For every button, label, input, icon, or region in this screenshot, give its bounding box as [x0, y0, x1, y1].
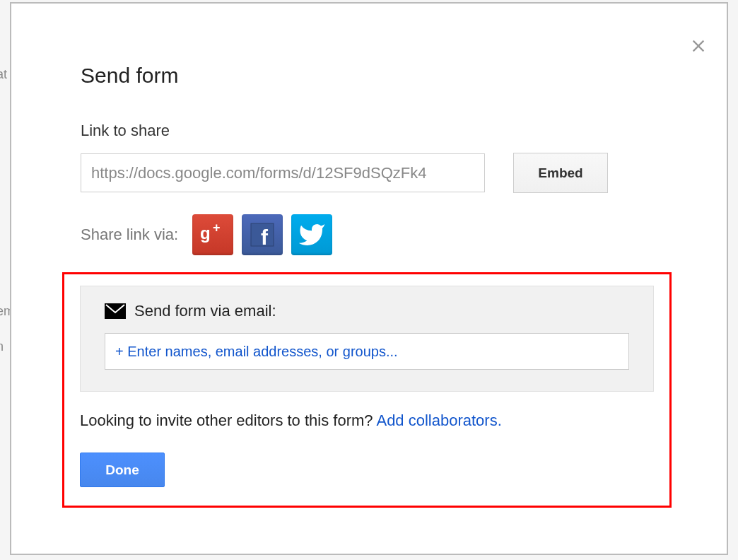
- svg-text:+: +: [213, 221, 221, 235]
- email-panel: Send form via email:: [80, 286, 654, 392]
- embed-button[interactable]: Embed: [513, 153, 608, 193]
- invite-editors-text: Looking to invite other editors to this …: [80, 412, 654, 430]
- facebook-icon: f: [247, 219, 278, 250]
- email-recipients-input[interactable]: [105, 333, 629, 370]
- svg-text:g: g: [200, 223, 211, 243]
- google-plus-share-button[interactable]: g +: [192, 214, 233, 255]
- share-via-label: Share link via:: [81, 226, 178, 244]
- facebook-share-button[interactable]: f: [242, 214, 283, 255]
- done-button[interactable]: Done: [80, 453, 165, 487]
- share-link-input[interactable]: [81, 153, 485, 192]
- dialog-title: Send form: [81, 64, 698, 88]
- background-text: n: [0, 339, 4, 354]
- email-label: Send form via email:: [134, 302, 276, 320]
- invite-text-label: Looking to invite other editors to this …: [80, 412, 376, 429]
- link-row: Embed: [81, 153, 698, 193]
- twitter-share-button[interactable]: [291, 214, 332, 255]
- close-icon: [689, 36, 708, 56]
- background-text: at: [0, 67, 7, 82]
- send-form-dialog: Send form Link to share Embed Share link…: [10, 2, 728, 555]
- share-via-row: Share link via: g + f: [81, 214, 698, 255]
- svg-text:f: f: [261, 226, 269, 249]
- highlighted-section: Send form via email: Looking to invite o…: [62, 272, 672, 508]
- add-collaborators-link[interactable]: Add collaborators.: [376, 412, 501, 429]
- close-button[interactable]: [684, 32, 713, 60]
- email-header: Send form via email:: [105, 302, 629, 320]
- twitter-icon: [298, 221, 326, 249]
- link-to-share-label: Link to share: [81, 122, 698, 140]
- google-plus-icon: g +: [197, 219, 228, 250]
- email-icon: [105, 303, 126, 319]
